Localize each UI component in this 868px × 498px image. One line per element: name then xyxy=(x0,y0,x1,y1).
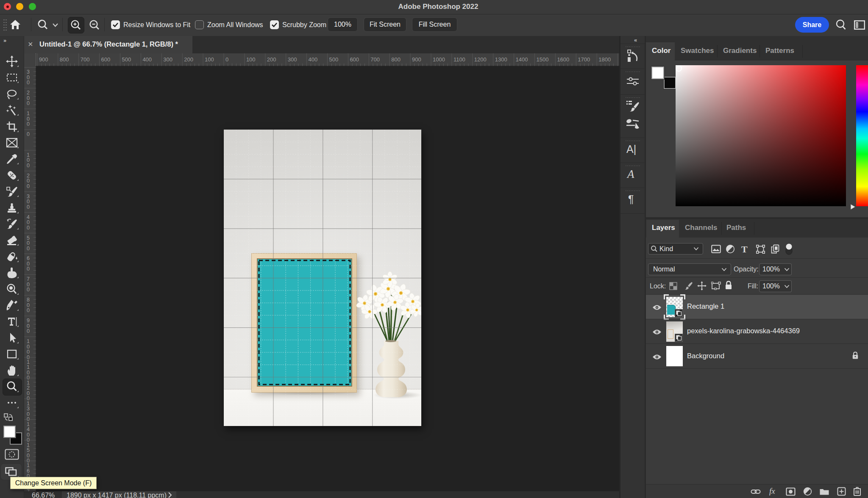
svg-text:900: 900 xyxy=(412,56,421,63)
svg-text:100: 100 xyxy=(246,56,256,63)
svg-text:0: 0 xyxy=(27,307,30,313)
svg-text:300: 300 xyxy=(163,56,172,63)
svg-text:1800: 1800 xyxy=(598,56,611,63)
svg-text:400: 400 xyxy=(309,56,318,63)
svg-text:0: 0 xyxy=(27,246,30,252)
svg-text:0: 0 xyxy=(27,131,30,137)
svg-text:0: 0 xyxy=(225,56,228,63)
svg-text:0: 0 xyxy=(27,80,30,86)
svg-text:700: 700 xyxy=(81,56,90,63)
svg-text:1600: 1600 xyxy=(557,56,569,63)
svg-text:1500: 1500 xyxy=(537,56,549,63)
svg-text:100: 100 xyxy=(205,56,214,63)
svg-text:1400: 1400 xyxy=(516,56,528,63)
svg-text:0: 0 xyxy=(27,121,30,127)
svg-text:1700: 1700 xyxy=(578,56,590,63)
svg-text:800: 800 xyxy=(60,56,69,63)
svg-text:0: 0 xyxy=(27,225,30,231)
svg-text:200: 200 xyxy=(267,56,276,63)
svg-text:500: 500 xyxy=(329,56,339,63)
svg-text:400: 400 xyxy=(142,56,152,63)
svg-text:0: 0 xyxy=(27,100,30,106)
svg-text:1100: 1100 xyxy=(453,56,465,63)
svg-text:200: 200 xyxy=(184,56,193,63)
svg-text:0: 0 xyxy=(27,266,30,272)
svg-text:1000: 1000 xyxy=(433,56,445,63)
svg-text:0: 0 xyxy=(27,328,30,334)
svg-text:1200: 1200 xyxy=(474,56,487,63)
svg-text:0: 0 xyxy=(27,287,30,293)
svg-text:800: 800 xyxy=(391,56,401,63)
svg-text:500: 500 xyxy=(122,56,131,63)
svg-text:900: 900 xyxy=(39,56,48,63)
svg-text:300: 300 xyxy=(288,56,297,63)
svg-text:0: 0 xyxy=(27,183,30,189)
svg-text:0: 0 xyxy=(27,204,30,210)
svg-text:1300: 1300 xyxy=(495,56,507,63)
svg-text:600: 600 xyxy=(350,56,359,63)
svg-text:0: 0 xyxy=(27,163,30,169)
svg-text:600: 600 xyxy=(101,56,111,63)
svg-text:700: 700 xyxy=(370,56,380,63)
